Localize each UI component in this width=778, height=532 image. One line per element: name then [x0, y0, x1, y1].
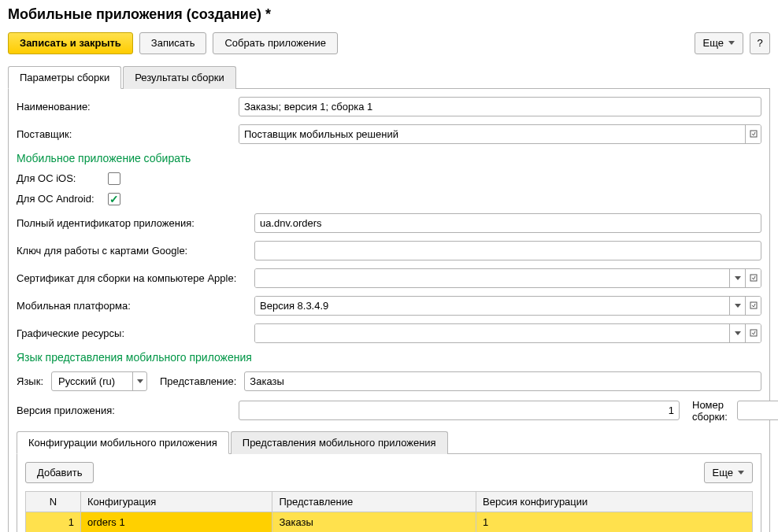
tab-representations[interactable]: Представления мобильного приложения — [231, 431, 448, 454]
build-app-button[interactable]: Собрать приложение — [213, 32, 338, 54]
vendor-input[interactable] — [239, 125, 745, 143]
fullid-input[interactable] — [254, 213, 761, 233]
cell-version[interactable]: 1 — [476, 512, 753, 532]
svg-rect-2 — [750, 302, 757, 308]
appver-input[interactable] — [239, 401, 680, 420]
nested-more-button[interactable]: Еще — [704, 462, 753, 484]
fullid-label: Полный идентификатор приложения: — [17, 217, 250, 229]
open-icon — [750, 329, 758, 337]
chevron-down-icon — [728, 41, 735, 45]
repr-label: Представление: — [152, 375, 239, 387]
platform-select-button[interactable] — [729, 297, 745, 315]
android-checkbox[interactable] — [108, 193, 120, 205]
build-input[interactable] — [737, 401, 778, 420]
main-toolbar: Записать и закрыть Записать Собрать прил… — [8, 32, 770, 54]
cert-input[interactable] — [255, 269, 729, 287]
params-panel: Наименование: Поставщик: Мобильное прило… — [8, 89, 770, 532]
main-tabstrip: Параметры сборки Результаты сборки — [8, 65, 770, 89]
appver-label: Версия приложения: — [17, 405, 234, 416]
open-icon — [750, 301, 758, 309]
build-section-header: Мобильное приложение собирать — [17, 152, 761, 164]
col-representation[interactable]: Представление — [272, 492, 476, 512]
table-row[interactable]: 1 orders 1 Заказы 1 — [26, 512, 753, 532]
save-and-close-button[interactable]: Записать и закрыть — [8, 32, 133, 54]
gkey-input[interactable] — [254, 241, 761, 260]
tab-configurations[interactable]: Конфигурации мобильного приложения — [17, 431, 229, 454]
add-button[interactable]: Добавить — [25, 462, 94, 484]
gkey-label: Ключ для работы с картами Google: — [17, 245, 250, 257]
platform-open-button[interactable] — [745, 297, 761, 315]
lang-select-button[interactable] — [132, 372, 146, 390]
more-button[interactable]: Еще — [695, 32, 743, 54]
vendor-open-button[interactable] — [745, 125, 761, 143]
cert-select-button[interactable] — [729, 269, 745, 287]
cell-representation[interactable]: Заказы — [272, 512, 476, 532]
tab-build-results[interactable]: Результаты сборки — [123, 66, 235, 89]
gfx-input-group — [254, 323, 761, 343]
cert-open-button[interactable] — [745, 269, 761, 287]
col-configuration[interactable]: Конфигурация — [81, 492, 272, 512]
cert-label: Сертификат для сборки на компьютере Appl… — [17, 272, 250, 284]
lang-select-value: Русский (ru) — [52, 372, 132, 390]
platform-input[interactable] — [255, 297, 729, 315]
tab-build-params[interactable]: Параметры сборки — [8, 66, 121, 89]
configurations-grid: N Конфигурация Представление Версия конф… — [25, 491, 753, 532]
lang-label: Язык: — [17, 375, 46, 387]
platform-label: Мобильная платформа: — [17, 300, 250, 312]
vendor-label: Поставщик: — [17, 128, 234, 140]
gfx-input[interactable] — [255, 324, 729, 342]
svg-rect-3 — [750, 330, 757, 336]
platform-input-group — [254, 296, 761, 316]
configurations-panel: Добавить Еще N Конфигурация Представлени… — [17, 454, 761, 532]
open-icon — [750, 274, 758, 282]
ios-label: Для ОС iOS: — [17, 172, 103, 184]
svg-rect-0 — [750, 131, 757, 137]
cell-n[interactable]: 1 — [26, 512, 81, 532]
more-button-label: Еще — [703, 37, 724, 50]
gfx-select-button[interactable] — [729, 324, 745, 342]
svg-rect-1 — [750, 275, 757, 281]
nested-tabs: Конфигурации мобильного приложения Предс… — [17, 430, 761, 532]
lang-section-header: Язык представления мобильного приложения — [17, 351, 761, 364]
save-button[interactable]: Записать — [139, 32, 207, 54]
repr-input[interactable] — [244, 371, 761, 391]
col-version[interactable]: Версия конфигурации — [476, 492, 753, 512]
build-label: Номер сборки: — [684, 399, 732, 423]
open-icon — [750, 130, 758, 138]
gfx-open-button[interactable] — [745, 324, 761, 342]
chevron-down-icon — [738, 471, 744, 475]
name-input[interactable] — [239, 97, 761, 116]
cell-configuration[interactable]: orders 1 — [81, 512, 272, 532]
name-label: Наименование: — [17, 101, 234, 113]
vendor-input-group — [239, 124, 761, 144]
lang-select[interactable]: Русский (ru) — [51, 371, 147, 391]
ios-checkbox[interactable] — [108, 172, 120, 185]
nested-more-label: Еще — [713, 467, 733, 479]
gfx-label: Графические ресурсы: — [17, 327, 250, 339]
page-title: Мобильные приложения (создание) * — [8, 6, 770, 23]
col-n[interactable]: N — [26, 492, 81, 512]
help-button[interactable]: ? — [750, 32, 770, 54]
android-label: Для ОС Android: — [17, 193, 103, 205]
cert-input-group — [254, 268, 761, 288]
